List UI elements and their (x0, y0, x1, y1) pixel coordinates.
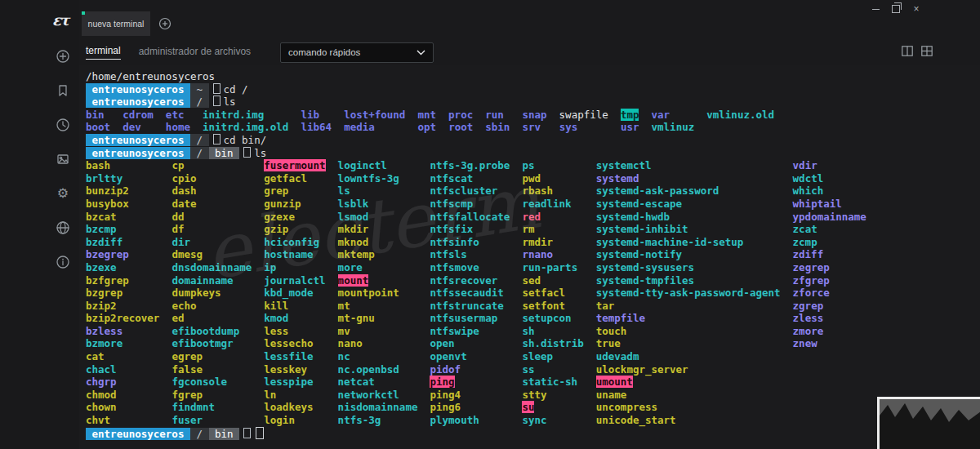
terminal-line: boot dev home initrd.img.old lib64 media… (86, 121, 980, 134)
image-icon[interactable] (56, 152, 70, 167)
ls-entry: ntfsfallocate (430, 211, 510, 223)
ls-entry: login (264, 414, 295, 426)
split-layout-icon[interactable] (902, 45, 913, 60)
ls-entry: setfont (522, 300, 565, 312)
prompt-user: entreunosyceros (86, 96, 190, 108)
ls-entry: bzfgrep (86, 274, 129, 287)
terminal-line: entreunosyceros / bin (86, 427, 980, 440)
ls-entry: mv (338, 325, 350, 337)
corner-overlay-graphic (880, 399, 980, 449)
bookmark-icon[interactable] (56, 83, 70, 98)
ls-entry: bzexe (86, 261, 117, 273)
terminal-output[interactable]: /home/entreunosyceros entreunosyceros ~ … (79, 65, 980, 449)
ls-entry: efibootmgr (172, 337, 233, 349)
ls-entry: vmlinuz (652, 121, 695, 133)
ls-entry: open (430, 337, 455, 349)
ls-entry: initrd.img.old (203, 121, 288, 133)
prompt-glyph-box (243, 147, 251, 158)
ls-entry: tempfile (596, 312, 645, 324)
plus-circle-icon[interactable] (56, 49, 70, 64)
ls-entry: systemd-tmpfiles (596, 274, 694, 287)
ls-entry: sed (522, 274, 541, 287)
ls-entry: rmdir (522, 236, 553, 248)
globe-icon[interactable] (56, 220, 70, 235)
ls-entry: egrep (172, 350, 203, 362)
ls-entry: root (448, 121, 473, 133)
ls-entry: home (166, 121, 190, 133)
ls-entry: bin (86, 109, 105, 121)
ls-entry: chvt (86, 414, 110, 426)
terminal-line: bzdiff dir hciconfig mknod ntfsinfo rmdi… (86, 236, 980, 249)
terminal-tab[interactable]: nueva terminal (82, 11, 150, 36)
ls-entry: getfacl (264, 172, 307, 184)
ls-entry: loadkeys (264, 401, 313, 413)
ls-entry: lsblk (338, 198, 369, 210)
ls-entry: nano (338, 337, 363, 349)
ls-entry: chacl (86, 363, 117, 376)
command-text: cd / (224, 83, 248, 96)
ls-entry: ntfs-3g (338, 414, 381, 426)
ls-entry: ulockmgr_server (596, 363, 688, 376)
prompt-path-segment: ~ (190, 83, 209, 96)
ls-entry: systemd-hwdb (596, 211, 670, 223)
prompt-path-segment: / (190, 134, 209, 146)
tab-terminal[interactable]: terminal (86, 45, 121, 60)
prompt-glyph-box (243, 428, 251, 438)
ls-entry: mktemp (338, 248, 375, 260)
corner-overlay (877, 397, 980, 449)
ls-entry: findmnt (172, 401, 215, 413)
ls-entry: dnsdomainname (172, 261, 252, 273)
ls-entry: srv (522, 121, 541, 133)
ls-entry: static-sh (522, 376, 577, 388)
ls-entry: run-parts (522, 261, 577, 273)
tab-file-manager[interactable]: administrador de archivos (139, 46, 251, 60)
ls-entry: rm (522, 223, 534, 235)
ls-entry: lib (301, 109, 319, 121)
new-tab-button[interactable] (158, 17, 172, 30)
ls-entry: mnt (417, 109, 436, 121)
ls-entry: journalctl (264, 274, 325, 287)
ls-entry: systemd-machine-id-setup (596, 236, 744, 248)
grid-layout-icon[interactable] (921, 45, 933, 60)
minimize-button[interactable] (869, 3, 882, 15)
prompt-user: entreunosyceros (86, 134, 190, 146)
ls-entry: pwd (522, 172, 541, 184)
ls-entry: usr (621, 121, 639, 133)
ls-entry: uname (596, 389, 627, 401)
prompt-glyph-box (213, 83, 220, 94)
ls-entry: ntfsfix (430, 223, 474, 235)
quick-commands-label: comando rápidos (288, 47, 360, 57)
restore-button[interactable] (889, 3, 902, 15)
terminal-line: bzip2 echo kill mt ntfstruncate setfont … (86, 300, 980, 313)
ls-entry: mountpoint (338, 287, 399, 299)
terminal-line: bin cdrom etc initrd.img lib lost+found … (86, 109, 980, 122)
terminal-line: bzexe dnsdomainname ip more ntfsmove run… (86, 261, 980, 274)
ls-entry: less (264, 325, 288, 337)
ls-entry: efibootdump (172, 325, 239, 337)
ls-entry: ypdomainname (793, 211, 866, 223)
settings-gear-icon[interactable]: ⚙ (56, 186, 70, 201)
ls-entry: bzgrep (86, 287, 122, 299)
ls-entry: systemd-sysusers (596, 261, 694, 273)
ls-entry: mknod (338, 236, 369, 248)
ls-entry: chgrp (86, 376, 117, 388)
history-icon[interactable] (56, 118, 70, 132)
ls-entry: setupcon (522, 312, 571, 324)
ls-entry: ntfsrecover (430, 274, 498, 287)
ls-entry: wdctl (793, 172, 824, 184)
ls-entry: media (344, 121, 375, 133)
ls-entry: date (172, 198, 196, 210)
ls-entry: bash (86, 159, 110, 171)
command-text: ls (224, 96, 236, 108)
ls-entry: znew (793, 337, 817, 349)
ls-entry: readlink (522, 198, 571, 210)
ls-entry: sbin (485, 121, 510, 133)
close-button[interactable]: × (910, 3, 923, 15)
ls-entry: lsmod (338, 211, 369, 223)
quick-commands-select[interactable]: comando rápidos (280, 42, 434, 63)
info-icon[interactable] (56, 255, 70, 269)
terminal-line: busybox date gunzip lsblk ntfscmp readli… (86, 198, 980, 211)
ls-entry: initrd.img (203, 109, 264, 121)
ls-entry: plymouth (430, 414, 479, 426)
ls-entry: more (338, 261, 363, 273)
